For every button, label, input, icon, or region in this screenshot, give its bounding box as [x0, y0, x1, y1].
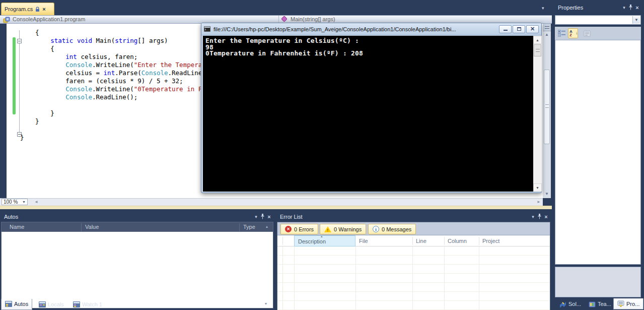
autos-variables-grid[interactable]: ▾: [1, 232, 273, 308]
maximize-button[interactable]: [513, 25, 525, 33]
console-title-text: file:///C:/Users/hp-pc/Desktop/Example/S…: [213, 26, 456, 32]
error-list-grid[interactable]: [277, 246, 550, 310]
tab-autos[interactable]: Autos: [1, 299, 32, 310]
console-scrollbar[interactable]: ▲ ▼: [533, 36, 542, 192]
window-menu-chevron-icon[interactable]: ▾: [530, 214, 536, 220]
messages-filter-button[interactable]: i 0 Messages: [368, 224, 416, 234]
tab-locals-label: Locals: [48, 301, 64, 307]
document-list-chevron-icon[interactable]: ▾: [542, 6, 544, 11]
scroll-down-icon[interactable]: ▼: [543, 192, 551, 196]
pin-icon[interactable]: [259, 214, 266, 220]
column-column[interactable]: Column: [448, 238, 467, 244]
chevron-down-icon[interactable]: ▼: [632, 16, 640, 24]
tab-program-cs[interactable]: Program.cs ×: [1, 3, 54, 15]
console-window[interactable]: file:///C:/Users/hp-pc/Desktop/Example/S…: [201, 23, 542, 193]
error-list-panel: Error List ▾ × ✕ 0 Errors ! 0 Warnings i: [276, 212, 551, 310]
properties-toolbar: AZ↓: [555, 27, 641, 40]
zoom-value: 100 %: [4, 199, 18, 205]
type-dropdown[interactable]: ConsoleApplication1.program: [13, 16, 85, 22]
tab-properties[interactable]: Pro...: [613, 298, 643, 309]
column-line[interactable]: Line: [416, 238, 426, 244]
close-button[interactable]: ✕: [526, 25, 539, 33]
autos-scroll-down-icon[interactable]: ▾: [265, 301, 267, 306]
scrollbar-thumb[interactable]: [544, 70, 550, 144]
tab-solution-explorer-label: Sol...: [568, 301, 581, 307]
code-text: { static void Main(string[] args) { int …: [0, 24, 209, 142]
properties-title: Properties: [558, 5, 583, 11]
warnings-filter-button[interactable]: ! 0 Warnings: [320, 224, 366, 234]
column-name[interactable]: Name: [10, 224, 24, 230]
errors-filter-label: 0 Errors: [294, 226, 314, 232]
tab-team-explorer[interactable]: Tea...: [585, 298, 615, 309]
sort-arrow-icon: ▴: [321, 234, 323, 238]
warnings-filter-label: 0 Warnings: [334, 226, 362, 232]
categorized-button[interactable]: [556, 28, 566, 38]
minimize-button[interactable]: [499, 25, 512, 33]
console-output-text: Enter the Temperature in Celsius(ºC) :98…: [203, 36, 540, 57]
properties-tab-icon: [617, 300, 624, 307]
window-menu-chevron-icon[interactable]: ▾: [621, 5, 627, 11]
column-description[interactable]: ▴ Description: [294, 235, 355, 246]
member-dropdown[interactable]: Main(string[] args): [291, 16, 335, 22]
column-file[interactable]: File: [359, 238, 368, 244]
autos-title-bar[interactable]: Autos ▾ ×: [0, 212, 274, 222]
navbar-separator: [278, 16, 279, 23]
error-list-header-row: ▴ Description File Line Column Project: [277, 235, 550, 246]
property-description-pane: [555, 267, 641, 297]
error-list-body: ✕ 0 Errors ! 0 Warnings i 0 Messages ▴ D…: [277, 222, 550, 310]
autos-title: Autos: [4, 214, 18, 220]
tab-solution-explorer[interactable]: Sol...: [556, 298, 585, 309]
hscroll-right-icon[interactable]: ►: [537, 200, 541, 204]
watch-tab-icon: [73, 301, 80, 307]
tab-autos-label: Autos: [14, 301, 28, 307]
tab-properties-label: Pro...: [626, 301, 639, 307]
pin-icon[interactable]: [627, 5, 634, 11]
autos-scroll-up-icon[interactable]: ▴: [266, 224, 268, 229]
scrollbar-splitter-handle[interactable]: [543, 24, 551, 31]
editor-vertical-scrollbar[interactable]: ▲ ▼: [543, 24, 551, 198]
autos-header-row[interactable]: Name Value Type ▴: [1, 222, 273, 232]
locals-tab-icon: [39, 301, 46, 307]
column-value[interactable]: Value: [85, 224, 99, 230]
close-icon[interactable]: ×: [543, 214, 549, 220]
zoom-selector[interactable]: 100 % ▼: [2, 199, 28, 205]
tab-watch-1[interactable]: Watch 1: [69, 299, 106, 310]
object-selector-combobox[interactable]: ▼: [555, 15, 641, 25]
editor-bottom-bar: [0, 198, 543, 206]
properties-grid[interactable]: [555, 40, 641, 265]
hscroll-left-icon[interactable]: ◄: [34, 200, 38, 204]
autos-panel: Autos ▾ × Name Value Type ▴ ▾ Autos Loca…: [0, 212, 274, 310]
properties-panel: Properties ▾ × ▼ AZ↓: [554, 0, 642, 310]
info-icon: i: [373, 226, 379, 232]
console-app-icon: [204, 26, 210, 32]
error-list-title: Error List: [280, 214, 303, 220]
column-project[interactable]: Project: [482, 238, 499, 244]
error-list-title-bar[interactable]: Error List ▾ ×: [276, 212, 551, 222]
console-scroll-up-icon[interactable]: ▲: [533, 36, 542, 44]
console-output-area[interactable]: Enter the Temperature in Celsius(ºC) :98…: [203, 36, 540, 192]
properties-title-bar[interactable]: Properties ▾ ×: [554, 3, 642, 13]
tab-watch-1-label: Watch 1: [82, 301, 102, 307]
chevron-down-icon: ▼: [22, 200, 26, 204]
error-list-toolbar: ✕ 0 Errors ! 0 Warnings i 0 Messages: [277, 222, 550, 235]
tab-close-icon[interactable]: ×: [42, 6, 45, 12]
property-pages-button[interactable]: [582, 28, 592, 38]
errors-filter-button[interactable]: ✕ 0 Errors: [280, 224, 318, 234]
solution-explorer-icon: [559, 301, 566, 307]
error-icon: ✕: [285, 226, 292, 232]
tab-label: Program.cs: [5, 6, 33, 12]
scroll-up-icon[interactable]: ▲: [543, 32, 551, 37]
alphabetical-sort-button[interactable]: AZ↓: [568, 28, 578, 38]
tab-locals[interactable]: Locals: [35, 299, 67, 310]
console-title-bar[interactable]: file:///C:/Users/hp-pc/Desktop/Example/S…: [201, 23, 541, 35]
close-icon[interactable]: ×: [266, 214, 272, 220]
console-scroll-down-icon[interactable]: ▼: [533, 183, 542, 192]
console-scrollbar-thumb[interactable]: [534, 44, 541, 56]
pin-icon[interactable]: [536, 214, 543, 220]
lock-icon: [35, 7, 40, 12]
close-icon[interactable]: ×: [634, 5, 640, 11]
team-explorer-icon: [589, 301, 596, 307]
window-menu-chevron-icon[interactable]: ▾: [253, 214, 259, 220]
column-type[interactable]: Type: [243, 224, 255, 230]
splitter-highlight-bar[interactable]: [0, 206, 552, 209]
